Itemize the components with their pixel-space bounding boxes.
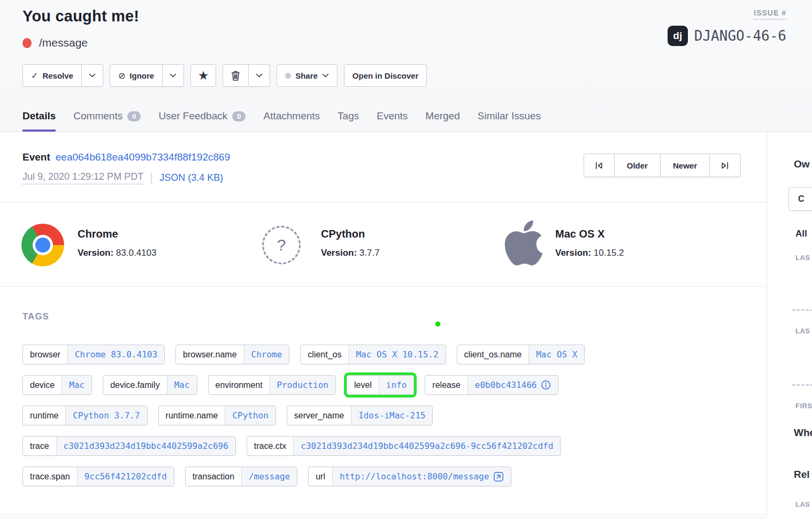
sidebar-related-heading: Rel [794, 469, 810, 480]
runtime-version: 3.7.7 [359, 248, 380, 258]
info-icon[interactable] [541, 380, 551, 390]
sidebar-sparkline-dash [792, 309, 812, 311]
content-area: Event eea064b618ea4099b7334f88f192c869 J… [0, 132, 812, 519]
external-link-icon[interactable] [493, 471, 504, 482]
tag-key: browser.name [176, 345, 244, 364]
unknown-runtime-icon: ? [262, 226, 301, 264]
tag-trace-ctx: trace.ctx c3021d393d234d19bbc4402599a2c6… [247, 436, 561, 456]
tag-value-link[interactable]: Production [270, 376, 335, 394]
delete-button-group [223, 64, 270, 87]
culprit-row: /message [22, 36, 88, 49]
event-contexts-section: Chrome Version: 83.0.4103 ? CPython Vers… [0, 202, 767, 287]
tab-label: Similar Issues [478, 110, 541, 122]
tag-value-link[interactable]: e0b0bc431466 [468, 376, 558, 394]
tag-value-link[interactable]: c3021d393d234d19bbc4402599a2c696-9cc56f4… [293, 437, 560, 455]
event-timestamp: Jul 9, 2020 1:29:12 PM PDT [22, 171, 143, 185]
tag-value: e0b0bc431466 [475, 380, 537, 390]
sidebar-button[interactable]: C [788, 187, 812, 211]
tab-events[interactable]: Events [377, 101, 408, 132]
tag-level-highlighted: level info [347, 375, 414, 395]
oldest-event-button[interactable] [584, 154, 615, 177]
bookmark-star-button[interactable]: ★ [190, 64, 216, 87]
tag-device: device Mac [22, 375, 92, 395]
tag-value: Idos-iMac-215 [358, 410, 425, 421]
tag-value-link[interactable]: Mac [167, 376, 197, 394]
share-status-dot [285, 73, 291, 79]
question-mark-icon: ? [277, 236, 286, 254]
tag-value: Mac OS X [536, 349, 577, 360]
tag-value-link[interactable]: Chrome 83.0.4103 [67, 345, 164, 364]
sidebar-last-label: LAS [795, 500, 810, 508]
issue-id-row: dj DJANGO-46-6 [668, 26, 786, 46]
tag-value-link[interactable]: Mac [62, 376, 91, 394]
page-title: You caught me! [22, 7, 139, 25]
tag-value-link[interactable]: info [379, 376, 414, 394]
newest-event-button[interactable] [710, 154, 741, 177]
tag-key: release [425, 376, 467, 394]
divider [151, 173, 152, 184]
chevron-down-icon [256, 73, 263, 78]
tag-key: client_os.name [457, 345, 529, 364]
resolve-dropdown-button[interactable] [82, 64, 103, 87]
ignore-dropdown-button[interactable] [163, 64, 184, 87]
event-id-row: Event eea064b618ea4099b7334f88f192c869 [22, 151, 230, 163]
tab-merged[interactable]: Merged [425, 101, 459, 132]
tag-value: c3021d393d234d19bbc4402599a2c696 [64, 441, 228, 451]
tag-row: device Mac device.family Mac environment… [22, 375, 767, 395]
tag-value-link[interactable]: Mac OS X [528, 345, 584, 364]
tags-section: TAGS browser Chrome 83.0.4103 browser.na… [0, 287, 767, 515]
tag-runtime-name: runtime.name CPython [158, 406, 276, 425]
tag-value-link[interactable]: Chrome [244, 345, 289, 364]
open-in-discover-label: Open in Discover [353, 71, 418, 80]
tab-user-feedback[interactable]: User Feedback 0 [158, 101, 246, 132]
browser-name: Chrome [78, 228, 156, 240]
chevron-down-icon [170, 73, 177, 78]
version-label: Version: [555, 248, 591, 258]
tag-key: trace.span [23, 467, 77, 486]
share-label: Share [295, 71, 318, 80]
tab-tags[interactable]: Tags [338, 101, 359, 132]
tag-key: device [23, 376, 62, 394]
delete-dropdown-button[interactable] [249, 64, 270, 87]
event-id-link[interactable]: eea064b618ea4099b7334f88f192c869 [56, 151, 231, 163]
resolve-button[interactable]: ✓ Resolve [22, 64, 82, 87]
event-json-link[interactable]: JSON (3.4 KB) [159, 172, 223, 184]
tab-attachments[interactable]: Attachments [263, 101, 320, 132]
event-meta-row: Jul 9, 2020 1:29:12 PM PDT JSON (3.4 KB) [22, 171, 223, 185]
tab-label: Merged [425, 110, 459, 122]
share-button[interactable]: Share [277, 64, 338, 87]
tag-value-link[interactable]: CPython 3.7.7 [65, 406, 147, 425]
open-in-discover-button[interactable]: Open in Discover [344, 64, 427, 87]
tab-similar-issues[interactable]: Similar Issues [478, 101, 541, 132]
tag-value-link[interactable]: 9cc56f421202cdfd [77, 467, 174, 486]
tag-value: 9cc56f421202cdfd [85, 471, 167, 482]
tag-value-link[interactable]: Idos-iMac-215 [351, 406, 432, 425]
skip-to-first-icon [594, 161, 603, 170]
chevron-down-icon [89, 73, 96, 78]
tag-key: client_os [301, 345, 348, 364]
resolve-label: Resolve [42, 71, 73, 80]
cursor-dot [435, 322, 440, 326]
circle-slash-icon: ⊘ [118, 71, 125, 81]
tag-value-link[interactable]: /message [241, 467, 297, 486]
tag-key: runtime [23, 406, 65, 425]
issue-header: You caught me! /message ISSUE # dj DJANG… [0, 0, 812, 132]
tag-server-name: server_name Idos-iMac-215 [287, 406, 433, 425]
check-icon: ✓ [31, 71, 38, 81]
tag-value-link[interactable]: c3021d393d234d19bbc4402599a2c696 [56, 437, 235, 455]
tag-value-link[interactable]: http://localhost:8000/message [332, 467, 511, 486]
tag-value-link[interactable]: Mac OS X 10.15.2 [348, 345, 445, 364]
ignore-button[interactable]: ⊘ Ignore [110, 64, 163, 87]
issue-tabs: Details Comments 0 User Feedback 0 Attac… [22, 101, 541, 132]
footer-strip [0, 515, 767, 519]
tag-key: runtime.name [159, 406, 225, 425]
error-level-dot [22, 38, 32, 48]
browser-version: 83.0.4103 [116, 248, 157, 258]
tab-comments[interactable]: Comments 0 [73, 101, 141, 132]
tag-value-link[interactable]: CPython [225, 406, 275, 425]
older-event-button[interactable]: Older [615, 154, 661, 177]
tab-details[interactable]: Details [22, 101, 56, 132]
delete-button[interactable] [223, 64, 249, 87]
tab-label: Details [22, 110, 56, 122]
newer-event-button[interactable]: Newer [661, 154, 710, 177]
